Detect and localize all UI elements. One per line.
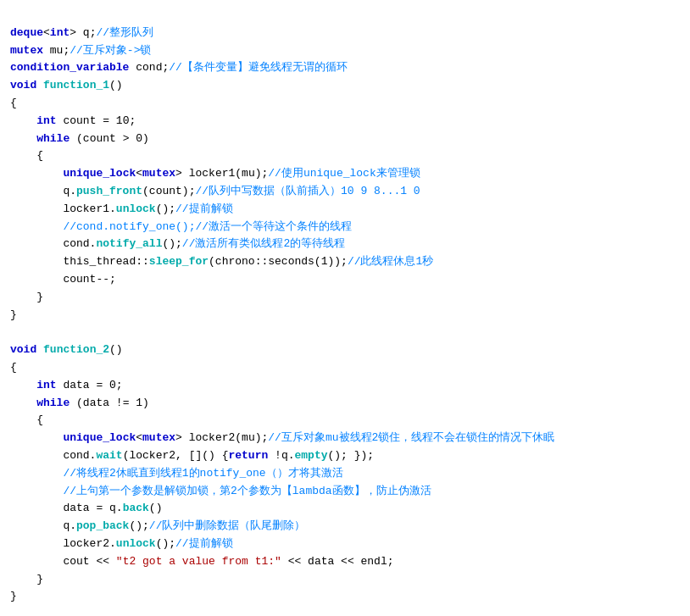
code-editor: deque<int> q;//整形队列 mutex mu;//互斥对象->锁 c… [10,7,680,606]
